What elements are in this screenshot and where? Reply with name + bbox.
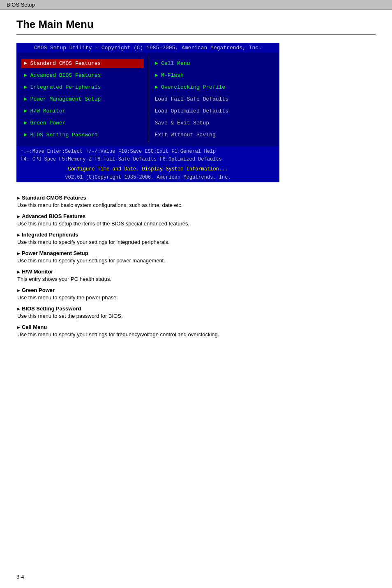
desc-title-standard-cmos: ►Standard CMOS Features	[16, 195, 376, 201]
page-footer: 3-4	[16, 574, 24, 580]
desc-advanced-bios: ►Advanced BIOS Features Use this menu to…	[16, 213, 376, 227]
bios-item-cell-menu[interactable]: ► Cell Menu	[152, 59, 275, 68]
desc-title-cell-menu: ►Cell Menu	[16, 324, 376, 330]
bios-item-bios-password[interactable]: ► BIOS Setting Password	[21, 130, 144, 140]
desc-cell-menu: ►Cell Menu Use this menu to specify your…	[16, 324, 376, 338]
desc-title-hw-monitor: ►H/W Monitor	[16, 269, 376, 275]
desc-text-cell-menu: Use this menu to specify your settings f…	[17, 331, 376, 338]
desc-text-advanced-bios: Use this menu to setup the items of the …	[17, 220, 376, 227]
desc-text-bios-password: Use this menu to set the password for BI…	[17, 313, 376, 319]
desc-title-advanced-bios: ►Advanced BIOS Features	[16, 213, 376, 219]
desc-text-hw-monitor: This entry shows your PC health status.	[17, 276, 376, 282]
desc-text-integrated-peripherals: Use this menu to specify your settings f…	[17, 239, 376, 245]
desc-integrated-peripherals: ►Integrated Peripherals Use this menu to…	[16, 232, 376, 245]
bios-item-load-optimized[interactable]: Load Optimized Defaults	[152, 106, 275, 116]
bios-left-col: ► Standard CMOS Features ► Advanced BIOS…	[17, 56, 148, 142]
header-label: BIOS Setup	[7, 2, 35, 8]
descriptions-section: ►Standard CMOS Features Use this menu fo…	[16, 195, 376, 338]
page-content: The Main Menu CMOS Setup Utility - Copyr…	[0, 10, 392, 359]
bios-item-standard-cmos[interactable]: ► Standard CMOS Features	[21, 59, 144, 68]
bios-menu-area: ► Standard CMOS Features ► Advanced BIOS…	[17, 52, 279, 146]
desc-green-power: ►Green Power Use this menu to specify th…	[16, 287, 376, 301]
desc-title-power-management: ►Power Management Setup	[16, 250, 376, 256]
desc-title-green-power: ►Green Power	[16, 287, 376, 293]
bios-item-exit-without-saving[interactable]: Exit Without Saving	[152, 130, 275, 140]
desc-title-integrated-peripherals: ►Integrated Peripherals	[16, 232, 376, 238]
bios-item-save-exit[interactable]: Save & Exit Setup	[152, 118, 275, 128]
desc-bios-password: ►BIOS Setting Password Use this menu to …	[16, 305, 376, 319]
bios-item-advanced-bios[interactable]: ► Advanced BIOS Features	[21, 71, 144, 80]
page-number: 3-4	[16, 574, 24, 580]
page-title: The Main Menu	[16, 18, 376, 34]
desc-text-power-management: Use this menu to specify your settings f…	[17, 257, 376, 264]
bios-bottom-bar: ↑↓↔:Move Enter:Select +/-/:Value F10:Sav…	[17, 146, 279, 165]
bios-info-bar: Configure Time and Date. Display System …	[17, 165, 279, 173]
desc-power-management: ►Power Management Setup Use this menu to…	[16, 250, 376, 264]
bios-item-integrated-peripherals[interactable]: ► Integrated Peripherals	[21, 83, 144, 92]
bios-item-power-management[interactable]: ► Power Management Setup	[21, 94, 144, 104]
desc-text-green-power: Use this menu to specify the power phase…	[17, 294, 376, 301]
bios-screen: CMOS Setup Utility - Copyright (C) 1985-…	[16, 43, 279, 182]
desc-title-bios-password: ►BIOS Setting Password	[16, 305, 376, 312]
bios-key-hints-line2: F4: CPU Spec F5:Memory-Z F8:Fail-Safe De…	[21, 156, 275, 163]
bios-item-m-flash[interactable]: ► M-Flash	[152, 71, 275, 80]
bios-item-overclocking-profile[interactable]: ► Overclocking Profile	[152, 83, 275, 92]
bios-title-bar: CMOS Setup Utility - Copyright (C) 1985-…	[17, 44, 279, 52]
page-header: BIOS Setup	[0, 0, 392, 10]
bios-item-load-failsafe[interactable]: Load Fail-Safe Defaults	[152, 94, 275, 104]
desc-standard-cmos: ►Standard CMOS Features Use this menu fo…	[16, 195, 376, 208]
bios-item-green-power[interactable]: ► Green Power	[21, 118, 144, 128]
desc-text-standard-cmos: Use this menu for basic system configura…	[17, 202, 376, 208]
bios-right-col: ► Cell Menu ► M-Flash ► Overclocking Pro…	[148, 56, 279, 142]
desc-hw-monitor: ►H/W Monitor This entry shows your PC he…	[16, 269, 376, 282]
bios-key-hints-line1: ↑↓↔:Move Enter:Select +/-/:Value F10:Sav…	[21, 148, 275, 156]
bios-item-hw-monitor[interactable]: ► H/W Monitor	[21, 106, 144, 116]
bios-copyright-bar: v02.61 (C)Copyright 1985-2006, American …	[17, 173, 279, 181]
